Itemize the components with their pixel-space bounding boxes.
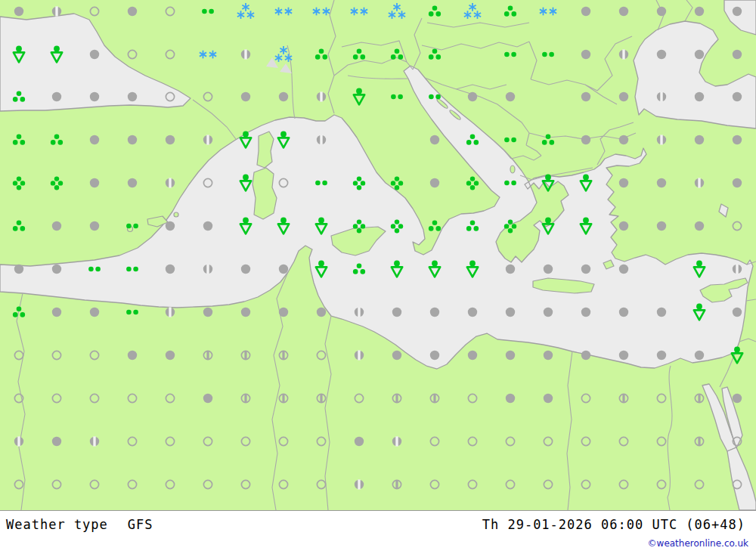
weather-symbol-oc <box>657 178 666 187</box>
weather-symbol-oc <box>430 308 439 317</box>
weather-symbol-oc <box>90 308 99 317</box>
weather-symbol-oc <box>317 308 326 317</box>
weather-map-page: Weather typeGFS Th 29-01-2026 06:00 UTC … <box>0 0 756 554</box>
weather-symbol-oc <box>90 178 99 187</box>
weather-symbol-oc <box>468 308 477 317</box>
weather-symbol-oc <box>90 92 99 101</box>
weather-symbol-oc <box>733 50 742 59</box>
weather-symbol-oc <box>544 351 553 360</box>
sardinia <box>253 168 277 219</box>
copyright-link[interactable]: ©weatheronline.co.uk <box>648 538 748 549</box>
weather-symbol-oc <box>733 92 742 101</box>
corfu <box>510 166 515 173</box>
weather-symbol-oc <box>90 50 99 59</box>
weather-symbol-oc <box>733 394 742 403</box>
weather-symbol-oc <box>203 394 212 403</box>
weather-symbol-oc <box>619 221 628 231</box>
weather-symbol-oc <box>733 135 742 144</box>
menorca <box>174 212 178 217</box>
weather-symbol-oc <box>506 394 515 403</box>
weather-symbol-oc <box>279 92 288 101</box>
weather-symbol-oc <box>506 92 515 101</box>
weather-symbol-oc <box>279 265 288 274</box>
weather-symbol-oc <box>657 221 666 231</box>
weather-symbol-oc <box>52 221 61 231</box>
model-label: GFS <box>128 517 153 532</box>
weather-symbol-oc <box>392 351 401 360</box>
weather-symbol-oc <box>128 7 137 16</box>
weather-symbol-oc <box>695 50 704 59</box>
weather-symbol-oc <box>544 308 553 317</box>
weather-symbol-oc <box>128 178 137 187</box>
weather-symbol-oc <box>657 351 666 360</box>
weather-symbol-oc <box>90 221 99 231</box>
weather-symbol-oc <box>544 394 553 403</box>
weather-symbol-oc <box>14 265 23 274</box>
weather-symbol-oc <box>128 135 137 144</box>
weather-symbol-oc <box>52 92 61 101</box>
weather-symbol-oc <box>241 92 250 101</box>
weather-symbol-oc <box>506 265 515 274</box>
weather-symbol-oc <box>468 92 477 101</box>
weather-symbol-oc <box>657 308 666 317</box>
weather-symbol-oc <box>733 308 742 317</box>
weather-symbol-oc <box>166 221 175 231</box>
weather-symbol-oc <box>468 351 477 360</box>
weather-symbol-oc <box>581 351 590 360</box>
weather-symbol-oc <box>619 92 628 101</box>
caption-bar: Weather typeGFS Th 29-01-2026 06:00 UTC … <box>0 510 756 554</box>
weather-symbol-oc <box>695 221 704 231</box>
corsica <box>257 132 274 168</box>
weather-symbol-oc <box>695 92 704 101</box>
weather-symbol-oc <box>695 351 704 360</box>
weather-symbol-oc <box>695 135 704 144</box>
weather-symbol-oc <box>619 135 628 144</box>
weather-symbol-oc <box>203 221 212 231</box>
weather-symbol-oc <box>128 92 137 101</box>
weather-symbol-oc <box>506 308 515 317</box>
weather-symbol-oc <box>241 265 250 274</box>
weather-symbol-oc <box>355 437 364 446</box>
weather-symbol-oc <box>392 308 401 317</box>
weather-symbol-oc <box>619 351 628 360</box>
weather-symbol-oc <box>695 7 704 16</box>
weather-symbol-oc <box>506 351 515 360</box>
valid-time-label: Th 29-01-2026 06:00 UTC (06+48) <box>482 517 745 532</box>
weather-symbol-oc <box>90 135 99 144</box>
weather-symbol-oc <box>279 308 288 317</box>
weather-symbol-oc <box>14 7 23 16</box>
weather-symbol-oc <box>166 135 175 144</box>
weather-symbol-oc <box>166 351 175 360</box>
weather-symbol-oc <box>581 308 590 317</box>
weather-symbol-oc <box>581 265 590 274</box>
weather-symbol-oc <box>733 178 742 187</box>
weather-symbol-oc <box>430 135 439 144</box>
weather-symbol-oc <box>241 308 250 317</box>
weather-symbol-oc <box>52 265 61 274</box>
weather-symbol-oc <box>52 437 61 446</box>
weather-symbol-oc <box>733 7 742 16</box>
weather-symbol-oc <box>581 7 590 16</box>
weather-symbol-oc <box>657 50 666 59</box>
weather-symbol-oc <box>52 308 61 317</box>
weather-symbol-oc <box>581 135 590 144</box>
weather-symbol-oc <box>430 178 439 187</box>
weather-map[interactable] <box>0 0 756 510</box>
weather-symbol-oc <box>619 178 628 187</box>
weather-symbol-oc <box>619 7 628 16</box>
weather-symbol-oc <box>128 351 137 360</box>
weather-symbol-oc <box>619 265 628 274</box>
weather-symbol-oc <box>581 50 590 59</box>
product-label: Weather type <box>6 517 108 532</box>
weather-symbol-oc <box>581 92 590 101</box>
weather-symbol-oc <box>619 308 628 317</box>
map-title: Weather typeGFS <box>6 517 153 532</box>
weather-symbol-oc <box>657 7 666 16</box>
weather-symbol-oc <box>430 351 439 360</box>
weather-symbol-oc <box>166 265 175 274</box>
weather-symbol-oc <box>544 265 553 274</box>
weather-symbol-oc <box>203 308 212 317</box>
